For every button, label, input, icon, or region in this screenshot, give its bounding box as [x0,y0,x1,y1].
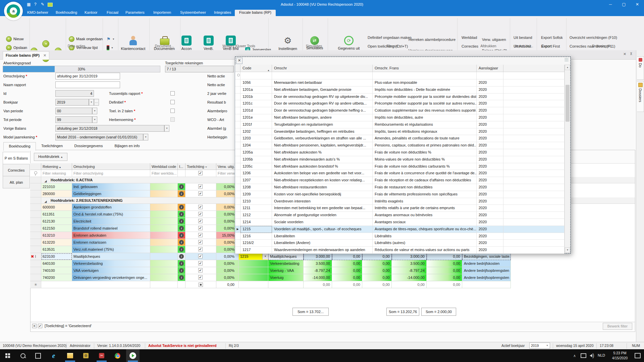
grid-cell-werkblad[interactable] [150,211,178,218]
popup-cell-omschr[interactable]: Waardeverminderingen en minderwaarden op… [272,247,373,254]
detail-cell-amount3[interactable]: 0,00 [362,253,392,260]
popup-cell-omschr[interactable]: Sociale voordelen [272,219,373,226]
popup-cell-omschr[interactable]: Niet aftrekbare autokosten brandstof % [272,163,373,170]
search-icon[interactable] [18,351,27,360]
popup-cell-code[interactable]: 1209 [240,191,272,198]
detail-cell-amount1[interactable]: 0,00 [304,281,332,288]
popup-cell-code[interactable]: 1201c [240,100,272,107]
grid-new-row[interactable] [41,281,150,288]
detail-cell-category[interactable] [462,281,511,288]
popup-cell-omschr-frans[interactable]: Frais de voiture non déductibles % [373,149,477,156]
popup-cell-aanslagjaar[interactable]: 2020 [477,142,503,149]
grid-cell-pct[interactable]: 0,00% [216,267,239,274]
popup-cell-code[interactable]: 1201e [240,114,272,121]
popup-cell-aanslagjaar[interactable]: 2020 [477,177,503,184]
popup-cell-aanslagjaar[interactable]: 2020 [477,121,503,128]
tot-periode-dropdown-icon[interactable]: ▼ [92,116,97,123]
sidebar-item-correcties[interactable]: Correcties [3,164,30,176]
detail-cell-name[interactable]: Voertuig - VAA [268,267,304,274]
popup-cell-omschr[interactable]: Overdreven interesten [272,198,373,205]
detail-cell-category[interactable]: Andere bedrijfsopbrengsten [462,274,511,281]
detail-cell-amount2[interactable]: 0,00 [332,274,362,281]
grid-cell-rekening[interactable]: 280000 [41,190,72,197]
detail-cell-amount5[interactable]: 0,00 [427,274,462,281]
toelichting-checkbox[interactable]: ✔ [198,233,203,237]
popup-filter-4[interactable] [477,72,503,79]
info-icon[interactable]: i [179,261,184,266]
detail-cell-amount4[interactable]: -8.797,24 [392,267,427,274]
ribbon-link-uit-bestand[interactable]: Uit bestand [514,36,532,40]
info-icon[interactable]: i [179,205,184,209]
scroll-down-icon[interactable]: ▼ [565,247,570,253]
boekjaar-ellipsis-button[interactable]: … [94,99,99,106]
popup-cell-aanslagjaar[interactable]: 2020 [477,170,503,177]
tabbar-pin-icon[interactable]: ⊼ [630,52,632,56]
popup-cell-omschr[interactable]: Door de vennootschap gedragen RV op ande… [272,100,373,107]
grid-cell-omschrijving[interactable]: Geldbeleggingen [72,190,150,197]
info-icon[interactable]: i [179,240,184,245]
popup-cell-aanslagjaar[interactable]: 2020 [477,219,503,226]
popup-cell-aanslagjaar[interactable]: 2020 [477,156,503,163]
popup-cell-aanslagjaar[interactable]: 2020 [477,226,503,233]
info-icon[interactable]: i [179,226,184,231]
menu-item-kantoor[interactable]: Kantoor [83,10,99,16]
popup-cell-omschr[interactable]: Liberaliteiten [272,233,373,240]
tab-fiscale-balans[interactable]: Fiscale balans (RP) [235,10,276,16]
popup-cell-aanslagjaar[interactable]: 2020 [477,86,503,94]
vertical-tab-dossiers[interactable]: Dossiers [637,81,644,112]
popup-cell-aanslagjaar[interactable]: 2020 [477,240,503,247]
notification-center-icon[interactable] [633,351,642,360]
tray-language[interactable]: NLD [598,353,605,357]
popup-cell-omschr[interactable]: Niet aftrekbare belastingen, Geraamde pr… [272,86,373,94]
task-view-icon[interactable] [34,351,42,360]
naam-rapport-field[interactable] [55,81,120,88]
grid-cell-werkblad[interactable] [150,232,178,239]
grid-cell-omschrijving[interactable]: Verz.roll.materieel (75%) [72,246,150,253]
popup-cell-code[interactable]: 1207 [240,177,272,184]
info-icon[interactable]: i [179,254,184,259]
popup-cell-omschr-frans[interactable]: Amendes, pénalités et confiscations de t… [373,135,477,142]
popup-cell-omschr[interactable]: Door de vennootschap gedragen RV op uitg… [272,94,373,101]
tray-clock[interactable]: 5:23 PM 4/15/2020 [610,351,630,361]
popup-cell-omschr[interactable]: Niet-aftrekbare pensioenen, kapitalen, w… [272,142,373,149]
popup-cell-aanslagjaar[interactable]: 2020 [477,191,503,198]
internet-explorer-icon[interactable]: e [49,351,58,360]
toelichting-checkbox[interactable]: ✔ [198,268,203,273]
grid-cell-werkblad[interactable] [150,183,178,190]
grid-cell-werkblad[interactable] [150,253,178,260]
popup-cell-aanslagjaar[interactable]: 2020 [477,135,503,142]
popup-cell-omschr-frans[interactable]: Précompte mobilier supporté par la socié… [373,94,477,101]
popup-cell-omschr-frans[interactable]: Frais de réception et de cadeaux d'affai… [373,177,477,184]
detail-cell-amount4[interactable]: -14.000,00 [392,274,427,281]
detail-cell-category[interactable]: Bezoldigingen, sociale laste... [462,253,511,260]
popup-cell-aanslagjaar[interactable]: 2020 [477,184,503,191]
grid-header-Werkblad code[interactable]: Werkblad code [150,163,178,170]
detail-cell-amount4[interactable]: 3.000,00 [392,253,427,260]
grid-cell-werkblad[interactable] [150,218,178,225]
ribbon-link-werkblad[interactable]: Werkblad [462,36,477,40]
detail-cell-amount1[interactable]: 3.000,00 [304,253,332,260]
popup-cell-omschr-frans[interactable]: Impôts, taxes et rétributions régionaux [373,128,477,135]
popup-cell-omschr-frans[interactable]: Libéralités (autres) [373,240,477,247]
detail-cell-amount2[interactable]: 0,00 [332,267,362,274]
grid-filter-5[interactable]: ✔ [185,170,216,177]
detail-cell-amount4[interactable]: 0,00 [392,281,427,288]
popup-cell-code[interactable]: 1201b [240,94,272,101]
van-periode-field[interactable]: 00 [55,108,92,114]
detail-cell-amount5[interactable]: 0,00 [427,281,462,288]
van-periode-dropdown-icon[interactable]: ▼ [92,108,97,114]
toelichting-checkbox[interactable]: ✔ [198,212,203,216]
detail-cell-name[interactable] [268,281,304,288]
popup-close-icon[interactable]: ✕ [236,58,243,64]
detail-cell-amount4[interactable]: 3.500,00 [392,260,427,267]
ribbon-link-herreken-alarmbelprocedure[interactable]: Herreken alarmbelprocedure [409,38,455,42]
info-icon[interactable]: i [179,268,184,273]
popup-cell-code[interactable]: 1214 [240,219,272,226]
tab-toelichtingen[interactable]: Toelichtingen [35,142,69,150]
detail-cell-amount1[interactable]: -14.000,00 [304,274,332,281]
popup-cell-code[interactable]: 1210 [240,198,272,205]
info-icon[interactable]: i [179,275,184,280]
grid-cell-verw-code[interactable]: 1215▼ [239,253,268,260]
popup-cell-code[interactable]: 1205a [240,149,272,156]
grid-cell-omschrijving[interactable]: Erelonen advokaten [72,232,150,239]
